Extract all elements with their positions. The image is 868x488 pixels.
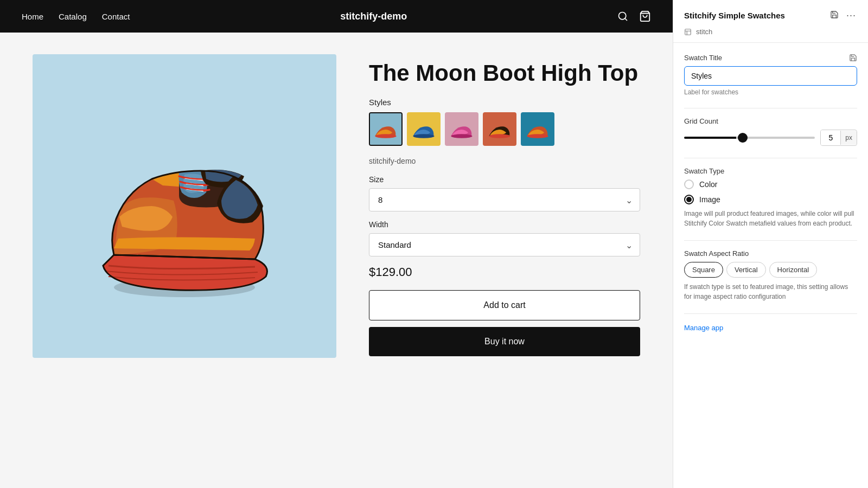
grid-count-section: Grid Count px (684, 117, 857, 146)
aspect-ratio-label: Swatch Aspect Ratio (684, 249, 857, 258)
right-panel: Stitchify Simple Swatches ··· stitch Swa… (673, 0, 868, 488)
svg-point-16 (413, 134, 434, 138)
swatch-3[interactable] (445, 112, 478, 146)
image-option-label: Image (699, 195, 720, 204)
divider-2 (684, 158, 857, 158)
grid-count-unit: px (840, 131, 857, 145)
size-select-wrapper: 6 7 8 9 10 11 12 ⌄ (369, 188, 640, 211)
styles-label: Styles (369, 98, 640, 107)
panel-title: Stitchify Simple Swatches (684, 11, 785, 20)
add-to-cart-button[interactable]: Add to cart (369, 290, 640, 320)
aspect-ratio-options: Square Vertical Horizontal (684, 262, 857, 278)
store-name: stitchify-demo (369, 157, 640, 165)
manage-app-link[interactable]: Manage app (684, 324, 723, 332)
image-radio[interactable] (684, 195, 694, 204)
svg-rect-23 (685, 29, 691, 35)
swatch-title-input[interactable] (684, 66, 857, 86)
product-title: The Moon Boot High Top (369, 60, 640, 87)
panel-title-icons: ··· (829, 9, 857, 22)
size-label: Size (369, 175, 640, 184)
svg-line-1 (625, 18, 627, 21)
swatch-4[interactable] (483, 112, 516, 146)
nav-contact[interactable]: Contact (102, 12, 130, 21)
svg-point-14 (375, 134, 396, 138)
image-type-description: Image will pull product featured images,… (684, 209, 857, 228)
swatch-title-label: Swatch Title (684, 54, 857, 62)
divider-1 (684, 108, 857, 108)
stitch-icon (684, 28, 692, 36)
navbar: Home Catalog Contact stitchify-demo (0, 0, 673, 33)
nav-icons (617, 10, 651, 22)
swatch-type-section: Swatch Type Color Image Image will pull … (684, 167, 857, 228)
width-select[interactable]: Narrow Standard Wide (369, 233, 640, 256)
grid-count-input[interactable] (821, 130, 840, 145)
svg-point-18 (451, 134, 472, 138)
swatch-title-section: Swatch Title Label for swatches (684, 54, 857, 96)
swatch-type-label: Swatch Type (684, 167, 857, 175)
aspect-horizontal-button[interactable]: Horizontal (769, 262, 818, 278)
swatch-title-helper: Label for swatches (684, 88, 857, 96)
nav-catalog[interactable]: Catalog (59, 12, 87, 21)
swatch-title-save-icon (849, 54, 857, 62)
grid-count-input-box: px (820, 130, 857, 146)
svg-point-22 (527, 134, 548, 138)
grid-count-slider[interactable] (684, 137, 815, 139)
slider-row: px (684, 130, 857, 146)
swatch-1[interactable] (369, 112, 403, 146)
swatches-row (369, 112, 640, 146)
panel-title-row: Stitchify Simple Swatches ··· (684, 9, 857, 22)
swatch-5[interactable] (521, 112, 554, 146)
product-image (33, 54, 336, 358)
color-option[interactable]: Color (684, 179, 857, 189)
swatch-type-options: Color Image (684, 179, 857, 204)
cart-icon[interactable] (639, 10, 651, 22)
divider-3 (684, 240, 857, 241)
nav-links: Home Catalog Contact (22, 12, 130, 21)
product-area: The Moon Boot High Top Styles (0, 33, 673, 488)
image-option[interactable]: Image (684, 195, 857, 204)
aspect-description: If swatch type is set to featured image,… (684, 282, 857, 301)
search-icon[interactable] (617, 11, 628, 22)
grid-count-label: Grid Count (684, 117, 857, 125)
panel-subtitle-row: stitch (684, 28, 857, 42)
nav-brand: stitchify-demo (130, 11, 617, 22)
panel-subtitle-text: stitch (696, 28, 712, 36)
shoe-illustration (71, 92, 298, 320)
aspect-vertical-button[interactable]: Vertical (726, 262, 766, 278)
size-select[interactable]: 6 7 8 9 10 11 12 (369, 188, 640, 211)
divider-4 (684, 313, 857, 314)
width-label: Width (369, 220, 640, 229)
main-area: Home Catalog Contact stitchify-demo (0, 0, 673, 488)
aspect-square-button[interactable]: Square (684, 262, 723, 278)
panel-more-icon[interactable]: ··· (845, 9, 857, 22)
width-select-wrapper: Narrow Standard Wide ⌄ (369, 233, 640, 256)
aspect-ratio-section: Swatch Aspect Ratio Square Vertical Hori… (684, 249, 857, 301)
panel-body: Swatch Title Label for swatches Grid Cou… (673, 43, 868, 488)
product-details: The Moon Boot High Top Styles (369, 54, 640, 466)
panel-save-icon[interactable] (829, 9, 840, 22)
nav-home[interactable]: Home (22, 12, 43, 21)
swatch-2[interactable] (407, 112, 441, 146)
color-radio[interactable] (684, 179, 694, 189)
color-option-label: Color (699, 180, 717, 189)
panel-header: Stitchify Simple Swatches ··· stitch (673, 0, 868, 43)
svg-point-20 (489, 134, 510, 138)
buy-it-now-button[interactable]: Buy it now (369, 327, 640, 356)
product-price: $129.00 (369, 265, 640, 279)
